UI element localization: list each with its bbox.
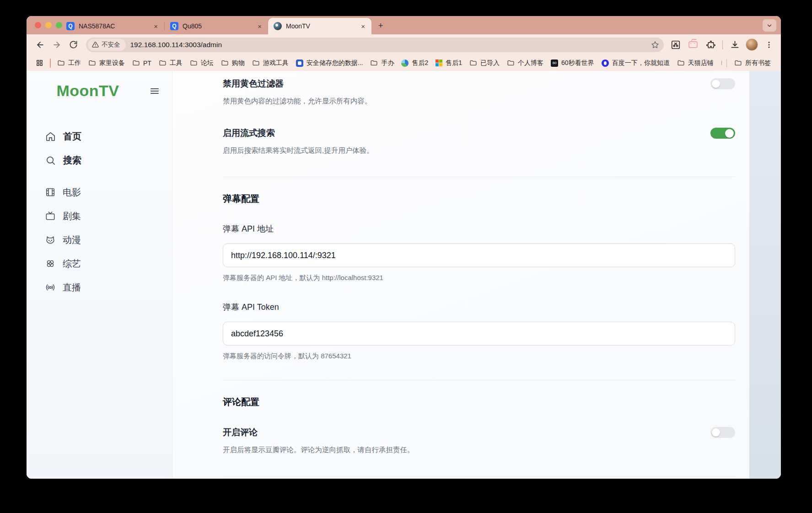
sidebar-item-首页[interactable]: 首页 <box>31 125 167 148</box>
settings-panel: 禁用黄色过滤器 禁用黄色内容的过滤功能，允许显示所有内容。 启用流式搜索 启用后… <box>172 71 749 479</box>
bookmark-label: 安全储存您的数据... <box>307 59 363 67</box>
setting-row: 启用流式搜索 启用后搜索结果将实时流式返回,提升用户体验。 <box>223 127 735 156</box>
bookmark-item[interactable]: 周报 <box>717 57 722 69</box>
browser-menu-button[interactable] <box>763 38 775 51</box>
cat-icon <box>45 235 55 245</box>
security-chip[interactable]: 不安全 <box>88 39 126 51</box>
reload-button[interactable] <box>66 38 81 52</box>
tab-active[interactable]: MoonTV × <box>268 18 371 34</box>
tab-title: Qu805 <box>183 22 252 30</box>
bookmark-label: 百度一下，你就知道 <box>612 59 670 67</box>
bookmark-label: 游戏工具 <box>263 59 289 67</box>
section-title: 弹幕配置 <box>223 193 735 205</box>
setting-label: 启用流式搜索 <box>223 127 275 139</box>
setting-description: 禁用黄色内容的过滤功能，允许显示所有内容。 <box>223 97 735 106</box>
bookmark-item[interactable]: 论坛 <box>186 57 217 69</box>
toggle-knob <box>725 129 734 138</box>
profile-avatar[interactable] <box>746 38 758 51</box>
toggle-开启评论[interactable] <box>710 427 735 438</box>
all-bookmarks-button[interactable]: 所有书签 <box>731 57 774 69</box>
tab-close-icon[interactable]: × <box>152 22 160 31</box>
field-label: 弹幕 API 地址 <box>223 223 735 234</box>
folder-icon <box>507 59 515 67</box>
bookmark-label: 个人博客 <box>518 59 543 67</box>
downloads-button[interactable] <box>728 38 741 51</box>
bookmark-item[interactable]: 工具 <box>155 57 186 69</box>
back-button[interactable] <box>33 38 48 52</box>
toggle-knob <box>712 428 720 437</box>
minimize-window-button[interactable] <box>45 22 52 28</box>
bookmark-item[interactable]: 60 60秒看世界 <box>547 57 598 69</box>
browser-window: Q NAS5878AC ×Q Qu805 × MoonTV × + 不安全 19… <box>27 16 781 479</box>
bookmark-divider <box>50 59 51 68</box>
forward-button[interactable] <box>49 38 64 52</box>
bookmark-item[interactable]: 手办 <box>366 57 398 69</box>
bookmark-item[interactable]: 已导入 <box>466 57 503 69</box>
field-input-弹幕 API Token[interactable] <box>223 322 735 346</box>
bookmark-item[interactable]: 售后1 <box>432 57 466 69</box>
extensions-puzzle-button[interactable] <box>704 38 717 51</box>
back-arrow-icon <box>36 40 45 49</box>
main-area: 禁用黄色过滤器 禁用黄色内容的过滤功能，允许显示所有内容。 启用流式搜索 启用后… <box>172 71 781 479</box>
bookmark-label: 手办 <box>381 59 394 67</box>
bookmark-item[interactable]: 游戏工具 <box>248 57 292 69</box>
bookmark-item[interactable]: 售后2 <box>398 57 432 69</box>
field-label: 弹幕 API Token <box>223 302 735 313</box>
app-logo[interactable]: MoonTV <box>27 82 149 100</box>
bookmark-item[interactable]: 购物 <box>217 57 248 69</box>
bookmark-item[interactable]: PT <box>129 57 155 69</box>
tab-1[interactable]: Q Qu805 × <box>165 18 268 34</box>
tab-title: NAS5878AC <box>79 22 148 30</box>
search-icon <box>45 155 56 166</box>
url-bar[interactable]: 不安全 192.168.100.114:3003/admin <box>86 38 664 52</box>
blue-app-icon <box>296 59 303 67</box>
bookmark-item[interactable]: 天猫店铺 <box>673 57 717 69</box>
sidebar-item-搜索[interactable]: 搜索 <box>31 149 167 172</box>
sidebar-item-直播[interactable]: 直播 <box>31 276 167 299</box>
setting-label: 开启评论 <box>223 427 258 438</box>
sidebar-nav: 首页 搜索 电影 剧集 动漫 综艺 直播 <box>27 124 172 299</box>
bookmark-item[interactable]: 工作 <box>54 57 85 69</box>
toolbar-divider <box>722 40 723 49</box>
film-icon <box>45 187 55 197</box>
download-icon <box>730 40 740 49</box>
bookmark-item[interactable]: 个人博客 <box>503 57 547 69</box>
bookmark-item[interactable]: 安全储存您的数据... <box>292 57 367 69</box>
bookmark-item[interactable]: 家里设备 <box>85 57 129 69</box>
sidebar-collapse-button[interactable] <box>149 86 160 97</box>
broadcast-icon <box>45 282 55 292</box>
toggle-禁用黄色过滤器[interactable] <box>710 78 735 89</box>
bookmark-label: PT <box>143 59 151 67</box>
puzzle-icon <box>706 40 715 49</box>
folder-icon <box>190 59 198 67</box>
tab-close-icon[interactable]: × <box>359 22 367 31</box>
bookmark-label: 售后1 <box>446 59 462 67</box>
home-icon <box>45 131 56 142</box>
tab-search-chevron-button[interactable] <box>763 19 776 32</box>
new-tab-button[interactable]: + <box>374 19 387 32</box>
tv-icon <box>45 211 55 221</box>
close-window-button[interactable] <box>35 22 41 28</box>
setting-description: 开启后将显示豆瓣评论。评论为逆向抓取，请自行承担责任。 <box>223 445 735 455</box>
folder-icon <box>370 59 378 67</box>
sidebar-item-动漫[interactable]: 动漫 <box>31 228 167 251</box>
tab-0[interactable]: Q NAS5878AC × <box>61 18 164 34</box>
sidebar-item-综艺[interactable]: 综艺 <box>31 252 167 275</box>
clip-extension-icon[interactable] <box>669 38 682 51</box>
toggle-启用流式搜索[interactable] <box>710 128 735 139</box>
sidebar-item-label: 剧集 <box>63 210 81 222</box>
sidebar-item-电影[interactable]: 电影 <box>31 181 167 204</box>
bookmark-item[interactable]: 百度一下，你就知道 <box>598 57 673 69</box>
field-input-弹幕 API 地址[interactable] <box>223 243 735 267</box>
sidebar-item-label: 综艺 <box>63 258 81 270</box>
apps-grid-button[interactable] <box>32 57 47 69</box>
sidebar-item-剧集[interactable]: 剧集 <box>31 205 167 227</box>
pink-tv-icon <box>688 41 698 48</box>
bilibili-extension-icon[interactable] <box>687 38 699 51</box>
folder-icon <box>252 59 260 67</box>
bookmark-star-icon[interactable] <box>651 41 659 49</box>
bookmarks-bar: 工作 家里设备 PT 工具 论坛 购物 游戏工具 安全储存您的数据... 手办 … <box>27 55 781 71</box>
tab-close-icon[interactable]: × <box>256 22 263 31</box>
ms-squares-icon <box>436 59 442 66</box>
bookmark-label: 购物 <box>232 59 245 67</box>
